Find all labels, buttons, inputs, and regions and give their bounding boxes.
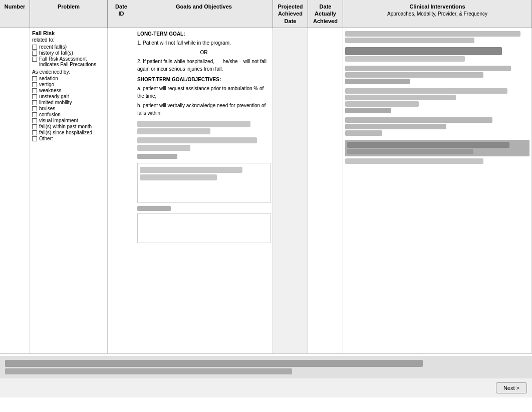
checkbox-vertigo[interactable] <box>32 82 37 87</box>
row-number <box>0 28 30 353</box>
evidenced-falls-past-month: fall(s) within past month <box>32 124 105 129</box>
table-header: Number Problem DateID Goals and Objectiv… <box>0 0 532 28</box>
row-problem: Fall Risk related to: recent fall(s) his… <box>30 28 108 353</box>
as-evidenced-label: As evidenced by: <box>32 69 105 75</box>
related-item-1: recent fall(s) <box>32 44 105 50</box>
header-clinical-interventions: Clinical Interventions Approaches, Modal… <box>343 0 532 28</box>
clinical-block-2 <box>345 47 529 62</box>
evidenced-visual-impairment: visual impairment <box>32 118 105 123</box>
problem-title: Fall Risk <box>32 30 105 36</box>
clinical-block-4 <box>345 88 529 113</box>
row-goals: LONG-TERM GOAL: 1. Patient will not fall… <box>135 28 273 353</box>
bottom-bar-1 <box>5 360 423 367</box>
related-item-2: history of fall(s) <box>32 50 105 56</box>
problem-related-label: related to: <box>32 37 105 43</box>
checkbox-limited-mobility[interactable] <box>32 100 37 105</box>
evidenced-other: Other: <box>32 136 105 141</box>
checkbox-sedation[interactable] <box>32 76 37 81</box>
evidenced-unsteady-gait: unsteady gait <box>32 94 105 99</box>
evidenced-limited-mobility: limited mobility <box>32 100 105 105</box>
header-date-actually-achieved: Date Actually Achieved <box>308 0 343 28</box>
clinical-highlighted-block <box>345 140 529 156</box>
bottom-redacted-section <box>0 356 532 378</box>
goal-2: 2. If patient falls while hospitalized, … <box>137 58 271 73</box>
page-footer: Next > <box>0 378 532 397</box>
checkbox-other[interactable] <box>32 136 37 141</box>
header-projected-achieved: Projected Achieved Date <box>273 0 308 28</box>
header-problem: Problem <box>30 0 108 28</box>
bottom-bar-2 <box>5 368 292 374</box>
short-term-goal-label: SHORT-TERM GOAL/OBJECTIVES: <box>137 76 271 83</box>
checkbox-confusion[interactable] <box>32 112 37 117</box>
checkbox-weakness[interactable] <box>32 88 37 93</box>
row-date-id <box>108 28 135 353</box>
header-date-id: DateID <box>108 0 135 28</box>
row-date-actually-achieved <box>308 28 343 353</box>
header-goals: Goals and Objectives <box>135 0 273 28</box>
checkbox-falls-hospitalized[interactable] <box>32 130 37 135</box>
goal-or: OR <box>137 49 271 56</box>
goal-1: 1. Patient will not fall while in the pr… <box>137 39 271 47</box>
evidenced-sedation: sedation <box>32 76 105 81</box>
clinical-block-3 <box>345 66 529 84</box>
clinical-block-5 <box>345 117 529 136</box>
evidenced-confusion: confusion <box>32 112 105 117</box>
related-item-3: Fall Risk Assessment indicates Fall Prec… <box>32 56 105 67</box>
clinical-block-6 <box>345 158 529 164</box>
row-projected-achieved <box>273 28 308 353</box>
next-button[interactable]: Next > <box>496 382 527 393</box>
clinical-block-1 <box>345 31 529 43</box>
checkbox-bruises[interactable] <box>32 106 37 111</box>
table-row: Fall Risk related to: recent fall(s) his… <box>0 28 532 354</box>
checkbox-fall-risk[interactable] <box>32 57 37 62</box>
long-term-goal-label: LONG-TERM GOAL: <box>137 30 271 38</box>
evidenced-bruises: bruises <box>32 106 105 111</box>
short-term-a: a. patient will request assistance prior… <box>137 85 271 100</box>
short-term-b: b. patient will verbally acknowledge nee… <box>137 102 271 117</box>
checkbox-recent-falls[interactable] <box>32 45 37 50</box>
row-clinical-interventions <box>343 28 532 353</box>
header-number: Number <box>0 0 30 28</box>
evidenced-weakness: weakness <box>32 88 105 93</box>
checkbox-falls-past-month[interactable] <box>32 124 37 129</box>
checkbox-unsteady-gait[interactable] <box>32 94 37 99</box>
evidenced-falls-hospitalized: fall(s) since hospitalized <box>32 130 105 135</box>
evidenced-vertigo: vertigo <box>32 82 105 87</box>
checkbox-visual-impairment[interactable] <box>32 118 37 123</box>
checkbox-history-falls[interactable] <box>32 51 37 56</box>
